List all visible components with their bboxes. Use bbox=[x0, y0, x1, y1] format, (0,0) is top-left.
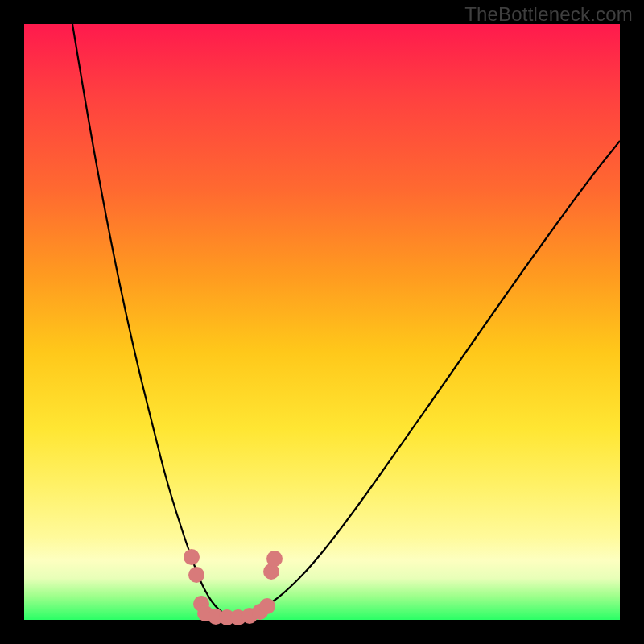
highlight-dot bbox=[259, 598, 275, 614]
watermark-text: TheBottleneck.com bbox=[464, 3, 633, 26]
highlight-dots bbox=[184, 549, 283, 625]
highlight-dot bbox=[184, 549, 200, 565]
bottleneck-curve bbox=[72, 24, 620, 616]
plot-area bbox=[24, 24, 620, 620]
chart-frame: TheBottleneck.com bbox=[0, 0, 644, 644]
chart-svg bbox=[24, 24, 620, 620]
highlight-dot bbox=[266, 551, 283, 567]
highlight-dot bbox=[188, 567, 204, 583]
